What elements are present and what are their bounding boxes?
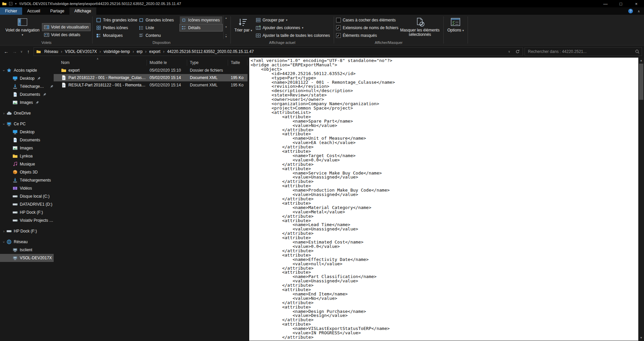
qat-properties-icon[interactable]: [9, 2, 13, 6]
view-option-petites-ic-nes[interactable]: Petites icônes: [95, 24, 137, 31]
checkbox-row-extensions-de-noms-de-fichiers[interactable]: ✓Extensions de noms de fichiers: [336, 24, 398, 31]
refresh-icon[interactable]: [515, 49, 520, 54]
sidebar-item-datadrive1-d[interactable]: DATADRIVE1 (D:): [0, 200, 54, 208]
maximize-button[interactable]: □: [613, 0, 629, 7]
group-by-button[interactable]: Grouper par ▾: [254, 16, 332, 24]
collapse-ribbon-icon[interactable]: ∧: [638, 9, 640, 13]
checkbox-unchecked-icon[interactable]: [336, 18, 341, 22]
pics-icon: [12, 145, 18, 151]
quick-access-toolbar[interactable]: ▾: [9, 2, 17, 6]
sidebar-item-vsol-dev2017x[interactable]: VSOL-DEV2017X: [0, 254, 54, 262]
breadcrumb-segment-r-seau[interactable]: Réseau: [42, 49, 60, 54]
scrollbar-thumb[interactable]: [639, 64, 643, 100]
gallery-scroll-up-icon[interactable]: ▴: [225, 16, 227, 19]
video-icon: [12, 186, 18, 191]
minimize-button[interactable]: —: [598, 0, 613, 7]
gallery-more-icon[interactable]: ▾: [225, 35, 227, 38]
ribbon-tab-affichage[interactable]: Affichage: [69, 7, 96, 15]
sort-by-button[interactable]: Trier par ▾: [233, 16, 254, 34]
view-option-contenu[interactable]: Contenu: [137, 32, 180, 39]
sidebar-item-desktop[interactable]: Desktop: [0, 128, 54, 136]
show-hide-checkboxes: Cases à cocher des éléments✓Extensions d…: [336, 16, 398, 39]
sidebar-item-visiativ-projects-r[interactable]: Visiativ Projects (R:): [0, 216, 54, 224]
address-history-icon[interactable]: ∨: [506, 50, 512, 53]
file-row-part-20181122-001-remontage-culass[interactable]: Part 20181122 - 001 - Remontage_Culass..…: [54, 74, 248, 81]
sidebar-item-disque-local-c[interactable]: Disque local (C:): [0, 192, 54, 200]
expand-right-icon[interactable]: ›: [1, 112, 6, 115]
sidebar-item-acc-s-rapide[interactable]: ›Accès rapide: [0, 66, 54, 74]
sidebar-item-ce-pc[interactable]: ›Ce PC: [0, 120, 54, 128]
file-row-export[interactable]: export05/02/2020 15:10Dossier de fichier…: [54, 67, 248, 74]
scroll-down-icon[interactable]: ▼: [638, 336, 644, 339]
column-header-taille[interactable]: Taille: [228, 60, 248, 66]
sidebar-item-desktop[interactable]: Desktop: [0, 74, 54, 82]
recent-locations-icon[interactable]: ∨: [19, 50, 24, 53]
view-option-d-tails[interactable]: Détails: [180, 24, 222, 31]
checkbox-checked-icon[interactable]: ✓: [336, 25, 341, 30]
sidebar-item-images[interactable]: Images: [0, 144, 54, 152]
icon-xl-icon: [96, 17, 101, 23]
hide-selected-button[interactable]: Masquer les éléments sélectionnés: [398, 16, 441, 38]
breadcrumb-segment-erp[interactable]: erp: [134, 49, 145, 54]
sidebar-item-musique[interactable]: Musique: [0, 160, 54, 168]
breadcrumb-segment-export[interactable]: export: [147, 49, 163, 54]
scroll-up-icon[interactable]: ▲: [638, 59, 644, 62]
sidebar-item-t-l-chargements[interactable]: Téléchargements: [0, 176, 54, 184]
file-row-result-part-20181122-001-remontage[interactable]: RESULT-Part 20181122 - 001 - Remontage..…: [54, 81, 248, 89]
breadcrumb-bar[interactable]: Réseau›VSOL-DEV2017X›visbridge-temp›erp›…: [34, 47, 523, 56]
column-header-type[interactable]: Type: [187, 60, 228, 66]
view-option-mosa-ques[interactable]: Mosaïques: [95, 32, 137, 39]
expand-down-icon[interactable]: ›: [2, 240, 6, 245]
sidebar-item-lynkoa[interactable]: Lynkoa: [0, 152, 54, 160]
breadcrumb-segment-44220-25216-50112-63552-2020-02-05-15-11-47[interactable]: 44220.25216.50112.63552_2020.02.05.15.11…: [165, 49, 256, 54]
preview-pane-button[interactable]: Volet de visualisation: [42, 23, 90, 31]
navigation-pane-button[interactable]: Volet de navigation ▾: [3, 16, 42, 38]
sidebar-item-images[interactable]: Images: [0, 98, 54, 107]
expand-right-icon[interactable]: ›: [1, 229, 6, 233]
navigation-pane: ›Accès rapideDesktopTéléchargementsDocum…: [0, 58, 54, 341]
sidebar-item-objets-3d[interactable]: Objets 3D: [0, 168, 54, 176]
preview-scrollbar[interactable]: ▲ ▼: [638, 58, 644, 341]
view-option-liste[interactable]: Liste: [137, 24, 180, 31]
sidebar-item-t-l-chargements[interactable]: Téléchargements: [0, 82, 54, 90]
address-folder-icon: [36, 49, 41, 54]
checkbox-row-cases-cocher-des-l-ments[interactable]: Cases à cocher des éléments: [336, 16, 398, 24]
gallery-scroll-down-icon[interactable]: ▾: [225, 25, 227, 28]
sidebar-item-documents[interactable]: Documents: [0, 90, 54, 98]
view-option-grandes-ic-nes[interactable]: Grandes icônes: [137, 16, 180, 23]
sidebar-item-onedrive[interactable]: ›OneDrive: [0, 109, 54, 117]
search-icon[interactable]: [635, 49, 640, 54]
view-option-ic-nes-moyennes[interactable]: Icônes moyennes: [180, 16, 222, 23]
ribbon-tab-partage[interactable]: Partage: [45, 7, 69, 15]
details-pane-button[interactable]: Volet des détails: [42, 31, 90, 39]
expand-down-icon[interactable]: ›: [2, 122, 6, 127]
breadcrumb-segment-visbridge-temp[interactable]: visbridge-temp: [101, 49, 132, 54]
column-header-modifie-le[interactable]: Modifié le: [147, 60, 187, 66]
close-button[interactable]: ×: [629, 0, 644, 7]
qat-customize-arrow-icon[interactable]: ▾: [15, 2, 17, 5]
fit-columns-icon: [256, 33, 261, 38]
search-input[interactable]: [525, 47, 642, 56]
forward-button[interactable]: →: [10, 49, 19, 54]
sidebar-item-vid-os[interactable]: Vidéos: [0, 184, 54, 192]
help-icon[interactable]: ?: [628, 9, 633, 13]
ribbon-tab-fichier[interactable]: Fichier: [0, 7, 22, 15]
add-columns-button[interactable]: Ajouter des colonnes ▾: [254, 24, 332, 31]
sort-by-icon: [238, 17, 249, 27]
up-button[interactable]: ↑: [24, 49, 33, 54]
expand-down-icon[interactable]: ›: [2, 68, 6, 73]
sidebar-item-documents[interactable]: Documents: [0, 136, 54, 144]
fit-columns-button[interactable]: Ajuster la taille de toutes les colonnes: [254, 32, 332, 39]
checkbox-checked-icon[interactable]: ✓: [336, 33, 341, 38]
sidebar-item-tsclient[interactable]: tsclient: [0, 246, 54, 254]
back-button[interactable]: ←: [2, 49, 10, 54]
ribbon-tab-accueil[interactable]: Accueil: [22, 7, 45, 15]
column-header-nom[interactable]: Nom: [54, 60, 147, 66]
sidebar-item-hp-dock-f[interactable]: HP Dock (F:): [0, 208, 54, 216]
sidebar-item-r-seau[interactable]: ›Réseau: [0, 238, 54, 246]
checkbox-row-l-ments-masqu-s[interactable]: ✓Éléments masqués: [336, 32, 398, 39]
breadcrumb-segment-vsol-dev2017x[interactable]: VSOL-DEV2017X: [62, 49, 99, 54]
options-button[interactable]: Options ▾: [446, 16, 466, 34]
view-option-tr-s-grandes-ic-nes[interactable]: Très grandes icônes: [95, 16, 137, 23]
sidebar-item-hp-dock-f[interactable]: ›HP Dock (F:): [0, 227, 54, 235]
